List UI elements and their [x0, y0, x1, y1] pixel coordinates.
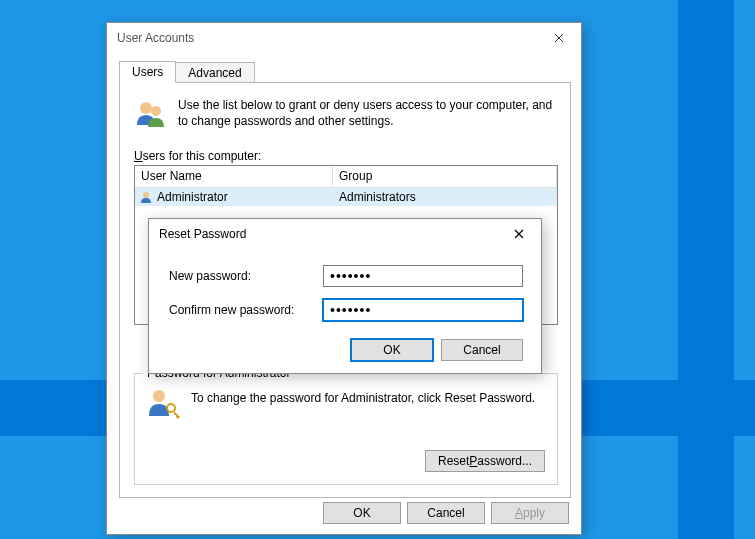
- user-key-icon: [147, 386, 181, 420]
- confirm-password-label: Confirm new password:: [169, 303, 323, 317]
- titlebar: User Accounts: [107, 23, 581, 53]
- modal-titlebar: Reset Password: [149, 219, 541, 249]
- svg-point-1: [151, 106, 161, 116]
- close-button[interactable]: [536, 23, 581, 53]
- svg-point-2: [143, 192, 149, 198]
- table-row[interactable]: Administrator Administrators: [135, 188, 557, 206]
- confirm-password-row: Confirm new password:: [169, 299, 523, 321]
- apply-button: Apply: [491, 502, 569, 524]
- col-username[interactable]: User Name: [135, 166, 333, 188]
- modal-title: Reset Password: [159, 227, 496, 241]
- close-icon: [514, 229, 524, 239]
- ok-button[interactable]: OK: [323, 502, 401, 524]
- tab-users[interactable]: Users: [119, 61, 176, 83]
- close-icon: [554, 33, 564, 43]
- reset-password-dialog: Reset Password New password: Confirm new…: [148, 218, 542, 374]
- users-icon: [134, 97, 168, 131]
- new-password-label: New password:: [169, 269, 323, 283]
- tabs: Users Advanced: [119, 61, 254, 83]
- password-group: Password for Administrator To change the…: [134, 373, 558, 485]
- col-group[interactable]: Group: [333, 166, 557, 188]
- intro-text: Use the list below to grant or deny user…: [178, 97, 558, 131]
- users-list-label: Users for this computer:: [134, 149, 261, 163]
- new-password-input[interactable]: [323, 265, 523, 287]
- reset-password-button[interactable]: Reset Password...: [425, 450, 545, 472]
- row-group: Administrators: [333, 190, 557, 204]
- svg-point-0: [140, 102, 152, 114]
- password-text: To change the password for Administrator…: [191, 386, 535, 420]
- intro-row: Use the list below to grant or deny user…: [134, 97, 558, 131]
- dialog-buttons: OK Cancel Apply: [323, 502, 569, 524]
- svg-point-3: [153, 390, 165, 402]
- new-password-row: New password:: [169, 265, 523, 287]
- modal-buttons: OK Cancel: [351, 339, 523, 361]
- tab-advanced[interactable]: Advanced: [175, 62, 254, 84]
- window-title: User Accounts: [117, 31, 536, 45]
- confirm-password-input[interactable]: [323, 299, 523, 321]
- modal-ok-button[interactable]: OK: [351, 339, 433, 361]
- users-list-header: User Name Group: [135, 166, 557, 188]
- row-username: Administrator: [157, 190, 228, 204]
- user-icon: [139, 190, 153, 204]
- svg-point-4: [167, 404, 175, 412]
- modal-cancel-button[interactable]: Cancel: [441, 339, 523, 361]
- modal-close-button[interactable]: [496, 219, 541, 249]
- cancel-button[interactable]: Cancel: [407, 502, 485, 524]
